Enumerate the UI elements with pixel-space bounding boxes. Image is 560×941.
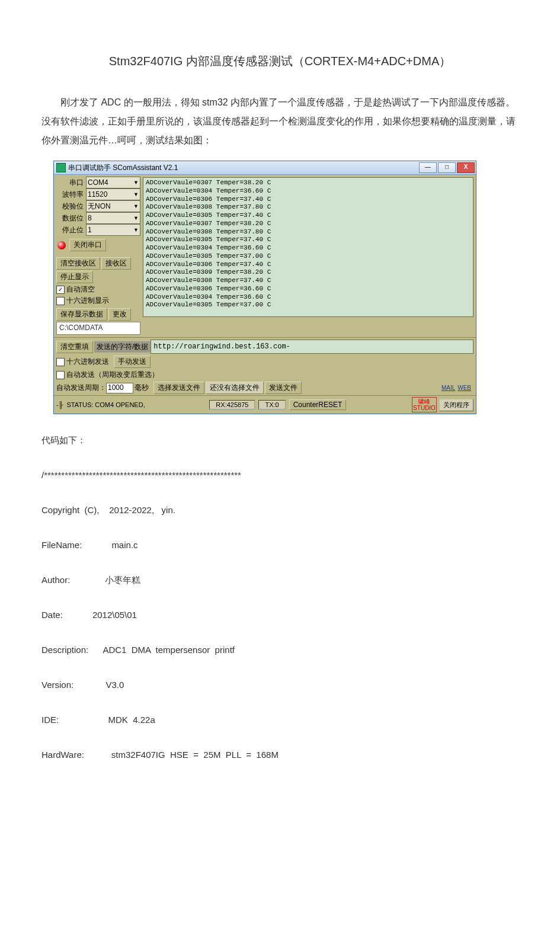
send-input[interactable]: http://roaringwind.best.163.com- xyxy=(151,340,473,354)
port-label: 串口 xyxy=(56,178,86,188)
port-select[interactable]: COM4▼ xyxy=(86,177,140,188)
counter-reset-button[interactable]: CounterRESET xyxy=(289,399,347,410)
status-led-icon xyxy=(57,241,66,249)
chevron-down-icon: ▼ xyxy=(133,180,139,185)
config-panel: 串口 COM4▼ 波特率 11520▼ 校验位 无NON▼ 数据位 8▼ 停止位 xyxy=(54,175,143,337)
page-title: Stm32F407IG 内部温度传感器测试（CORTEX-M4+ADC+DMA） xyxy=(41,53,519,69)
studio-logo: 啸峰STUDIO xyxy=(412,397,437,412)
code-label: 代码如下： xyxy=(41,432,519,448)
auto-send-label: 自动发送（周期改变后重选） xyxy=(66,370,159,380)
file-status: 还没有选择文件 xyxy=(206,382,264,394)
chevron-down-icon: ▼ xyxy=(133,227,139,233)
connector-icon: -╟ xyxy=(56,401,63,408)
code-filename: FileName: main.c xyxy=(41,537,519,553)
code-separator: /***************************************… xyxy=(41,467,519,483)
code-ide: IDE: MDK 4.22a xyxy=(41,712,519,728)
manual-send-button[interactable]: 手动发送 xyxy=(114,356,151,368)
select-file-button[interactable]: 选择发送文件 xyxy=(153,382,204,394)
window-title: 串口调试助手 SComAssistant V2.1 xyxy=(68,163,418,173)
save-data-button[interactable]: 保存显示数据 xyxy=(56,308,107,321)
auto-clear-checkbox[interactable]: ✓ xyxy=(56,286,65,294)
hex-display-label: 十六进制显示 xyxy=(66,296,109,306)
databits-select[interactable]: 8▼ xyxy=(86,212,140,224)
chevron-down-icon: ▼ xyxy=(133,215,139,221)
stopbits-label: 停止位 xyxy=(56,225,86,235)
stop-display-button[interactable]: 停止显示 xyxy=(56,271,93,283)
close-port-button[interactable]: 关闭串口 xyxy=(69,239,106,251)
hex-send-label: 十六进制发送 xyxy=(66,357,109,367)
status-bar: -╟ STATUS: COM4 OPENED, RX:425875 TX:0 C… xyxy=(54,395,476,414)
send-file-button[interactable]: 发送文件 xyxy=(265,382,302,394)
tx-counter: TX:0 xyxy=(258,400,285,409)
close-button[interactable]: X xyxy=(457,162,475,173)
code-version: Version: V3.0 xyxy=(41,677,519,693)
hex-display-checkbox[interactable] xyxy=(56,297,65,305)
baud-label: 波特率 xyxy=(56,190,86,200)
code-date: Date: 2012\05\01 xyxy=(41,607,519,623)
period-unit: 毫秒 xyxy=(135,383,149,393)
mail-link[interactable]: MAIL xyxy=(441,385,455,391)
chevron-down-icon: ▼ xyxy=(133,191,139,197)
receive-textarea[interactable]: ADCoverVaule=0307 Temper=38.20 C ADCover… xyxy=(143,177,473,317)
status-text: STATUS: COM4 OPENED, xyxy=(66,401,145,408)
clear-send-button[interactable]: 清空重填 xyxy=(56,341,93,353)
code-author: Author: 小枣年糕 xyxy=(41,572,519,588)
change-path-button[interactable]: 更改 xyxy=(108,308,131,321)
minimize-button[interactable]: — xyxy=(419,162,437,173)
period-label: 自动发送周期： xyxy=(56,383,106,393)
send-panel: 清空重填 发送的字符/数据 http://roaringwind.best.16… xyxy=(54,337,476,395)
window-titlebar[interactable]: 串口调试助手 SComAssistant V2.1 — □ X xyxy=(54,161,476,175)
chevron-down-icon: ▼ xyxy=(133,203,139,209)
parity-select[interactable]: 无NON▼ xyxy=(86,200,140,212)
auto-clear-label: 自动清空 xyxy=(66,284,95,295)
web-link[interactable]: WEB xyxy=(457,385,471,391)
close-program-button[interactable]: 关闭程序 xyxy=(439,399,473,411)
clear-rx-button[interactable]: 清空接收区 xyxy=(56,257,100,270)
maximize-button[interactable]: □ xyxy=(438,162,456,173)
auto-send-checkbox[interactable] xyxy=(56,371,65,379)
baud-select[interactable]: 11520▼ xyxy=(86,188,140,200)
code-hardware: HardWare: stm32F407IG HSE = 25M PLL = 16… xyxy=(41,747,519,763)
send-label: 发送的字符/数据 xyxy=(94,341,151,353)
code-section: 代码如下： /*********************************… xyxy=(41,432,519,763)
document-page: Stm32F407IG 内部温度传感器测试（CORTEX-M4+ADC+DMA）… xyxy=(0,0,560,941)
parity-label: 校验位 xyxy=(56,201,86,212)
period-input[interactable]: 1000 xyxy=(106,383,133,393)
databits-label: 数据位 xyxy=(56,213,86,223)
save-path-field[interactable]: C:\COMDATA xyxy=(56,322,140,335)
code-description: Description: ADC1 DMA tempersensor print… xyxy=(41,642,519,658)
rx-counter: RX:425875 xyxy=(209,400,255,409)
rx-area-button[interactable]: 接收区 xyxy=(101,257,131,270)
stopbits-select[interactable]: 1▼ xyxy=(86,224,140,236)
scom-window: 串口调试助手 SComAssistant V2.1 — □ X 串口 COM4▼… xyxy=(53,161,476,414)
intro-paragraph: 刚才发了 ADC 的一般用法，得知 stm32 内部内置了一个温度传感器，于是趁… xyxy=(41,93,519,150)
hex-send-checkbox[interactable] xyxy=(56,358,65,366)
code-copyright: Copyright (C), 2012-2022, yin. xyxy=(41,502,519,518)
app-icon xyxy=(56,163,66,172)
